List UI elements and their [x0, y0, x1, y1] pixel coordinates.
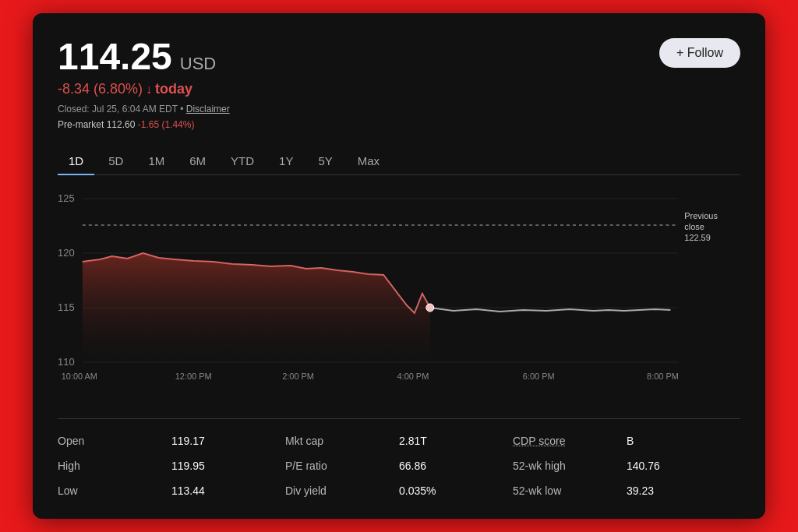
- stat-label-low: Low: [58, 481, 171, 500]
- tab-1d[interactable]: 1D: [58, 148, 94, 175]
- price-change: -8.34 (6.80%) ↓ today: [58, 81, 230, 97]
- header-row: 114.25 USD -8.34 (6.80%) ↓ today Closed:…: [58, 35, 740, 132]
- premarket-change: -1.65 (1.44%): [138, 119, 195, 130]
- svg-text:8:00 PM: 8:00 PM: [647, 372, 679, 381]
- stat-value-52wkhi: 140.76: [627, 456, 740, 475]
- stat-value-52wklo: 39.23: [627, 481, 740, 500]
- red-fill-area: [83, 253, 430, 362]
- disclaimer-link[interactable]: Disclaimer: [186, 104, 230, 115]
- svg-text:4:00 PM: 4:00 PM: [397, 372, 429, 381]
- tab-6m[interactable]: 6M: [178, 148, 217, 175]
- stat-value-cdp: B: [627, 432, 740, 450]
- tab-5y[interactable]: 5Y: [307, 148, 343, 175]
- market-info: Closed: Jul 25, 6:04 AM EDT • Disclaimer…: [58, 102, 230, 132]
- price-currency: USD: [180, 54, 216, 74]
- price-dot: [426, 304, 434, 312]
- stat-label-high: High: [58, 456, 171, 475]
- market-closed-text: Closed: Jul 25, 6:04 AM EDT: [58, 104, 178, 115]
- chart-container: 125 120 115 110 Previous close 122.59: [58, 185, 740, 403]
- price-value: 114.25: [58, 35, 172, 78]
- follow-button-label: + Follow: [676, 46, 723, 60]
- svg-text:12:00 PM: 12:00 PM: [175, 372, 212, 381]
- today-label: today: [155, 81, 192, 97]
- premarket-info: Pre-market 112.60 -1.65 (1.44%): [58, 119, 194, 130]
- svg-text:6:00 PM: 6:00 PM: [523, 372, 555, 381]
- stat-value-open: 119.17: [171, 432, 285, 450]
- svg-text:110: 110: [58, 356, 75, 368]
- svg-text:close: close: [684, 222, 704, 231]
- stat-value-divyield: 0.035%: [399, 481, 513, 500]
- stat-value-mktcap: 2.81T: [399, 432, 513, 450]
- stock-chart: 125 120 115 110 Previous close 122.59: [58, 185, 740, 403]
- stat-label-pe: P/E ratio: [285, 456, 399, 475]
- follow-button[interactable]: + Follow: [659, 38, 740, 68]
- change-arrow: ↓: [146, 83, 152, 97]
- price-section: 114.25 USD -8.34 (6.80%) ↓ today Closed:…: [58, 35, 230, 132]
- tab-5d[interactable]: 5D: [97, 148, 134, 175]
- svg-text:10:00 AM: 10:00 AM: [62, 372, 97, 381]
- svg-text:120: 120: [58, 247, 75, 259]
- stat-label-52wkhi: 52-wk high: [513, 456, 627, 475]
- tab-1y[interactable]: 1Y: [268, 148, 304, 175]
- premarket-label: Pre-market: [58, 119, 104, 130]
- stats-table: Open 119.17 Mkt cap 2.81T CDP score B Hi…: [58, 418, 740, 500]
- svg-text:Previous: Previous: [684, 211, 718, 220]
- svg-text:125: 125: [58, 192, 75, 204]
- stat-label-open: Open: [58, 432, 171, 450]
- premarket-price: 112.60: [107, 119, 136, 130]
- stat-value-low: 113.44: [171, 481, 285, 500]
- svg-text:2:00 PM: 2:00 PM: [282, 372, 314, 381]
- stat-label-mktcap: Mkt cap: [285, 432, 399, 450]
- time-range-tabs: 1D 5D 1M 6M YTD 1Y 5Y Max: [58, 148, 740, 175]
- stock-card: 114.25 USD -8.34 (6.80%) ↓ today Closed:…: [33, 13, 765, 518]
- stat-value-high: 119.95: [171, 456, 285, 475]
- stat-value-pe: 66.86: [399, 456, 513, 475]
- tab-ytd[interactable]: YTD: [220, 148, 265, 175]
- gray-price-line: [430, 308, 671, 312]
- stat-label-cdp: CDP score: [513, 432, 627, 450]
- svg-text:115: 115: [58, 301, 75, 313]
- stat-label-divyield: Div yield: [285, 481, 399, 500]
- change-value: -8.34 (6.80%): [58, 81, 143, 97]
- tab-1m[interactable]: 1M: [137, 148, 175, 175]
- price-main: 114.25 USD: [58, 35, 230, 78]
- svg-text:122.59: 122.59: [684, 233, 710, 242]
- tab-max[interactable]: Max: [347, 148, 390, 175]
- stat-label-52wklo: 52-wk low: [513, 481, 627, 500]
